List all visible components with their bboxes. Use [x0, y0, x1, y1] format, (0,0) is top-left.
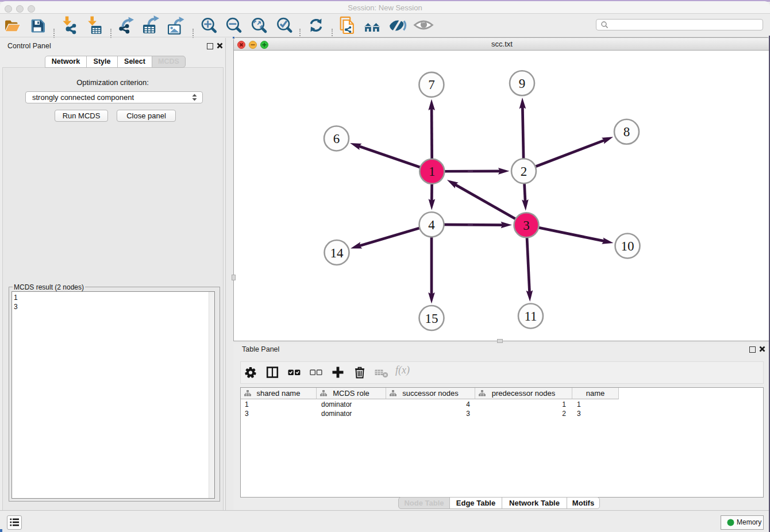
svg-text:9: 9 — [519, 76, 526, 91]
svg-text:8: 8 — [623, 125, 630, 139]
svg-text:2: 2 — [521, 164, 528, 179]
svg-text:6: 6 — [333, 132, 340, 146]
svg-text:1: 1 — [429, 164, 436, 179]
svg-text:14: 14 — [330, 246, 344, 260]
svg-text:15: 15 — [425, 311, 438, 326]
svg-text:3: 3 — [523, 218, 530, 233]
svg-text:10: 10 — [621, 239, 634, 253]
svg-text:7: 7 — [428, 78, 435, 92]
svg-text:11: 11 — [524, 309, 537, 323]
svg-text:4: 4 — [428, 218, 435, 232]
